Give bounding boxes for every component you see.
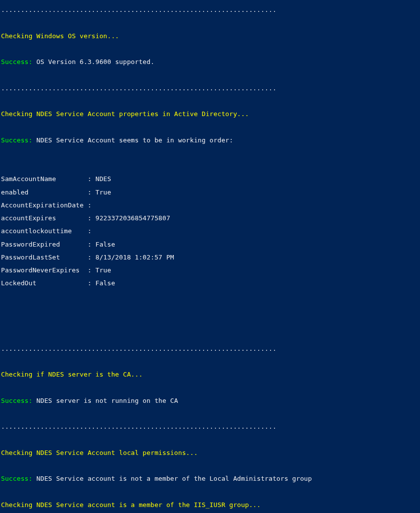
ad-prop: PasswordNeverExpires : True bbox=[1, 267, 419, 273]
blank bbox=[1, 293, 419, 300]
blank bbox=[1, 436, 419, 443]
blank bbox=[1, 384, 419, 390]
ad-prop: enabled : True bbox=[1, 189, 419, 195]
rule: ........................................… bbox=[1, 423, 419, 430]
blank bbox=[1, 358, 419, 365]
blank bbox=[1, 163, 419, 169]
localperms-success: Success: NDES Service account is not a m… bbox=[1, 475, 419, 482]
blank bbox=[1, 98, 419, 104]
ad-success: Success: NDES Service Account seems to b… bbox=[1, 137, 419, 143]
success-text: NDES Service Account seems to be in work… bbox=[36, 136, 233, 144]
blank bbox=[1, 410, 419, 417]
success-text: NDES Service account is not a member of … bbox=[36, 475, 312, 482]
blank bbox=[1, 319, 419, 325]
success-text: OS Version 6.3.9600 supported. bbox=[36, 58, 154, 65]
blank bbox=[1, 71, 419, 78]
section-header-iusr: Checking NDES Service account is a membe… bbox=[1, 502, 419, 508]
blank bbox=[1, 332, 419, 338]
ad-prop: LockedOut : False bbox=[1, 280, 419, 286]
success-label: Success: bbox=[1, 58, 36, 65]
powershell-terminal[interactable]: ........................................… bbox=[0, 0, 420, 513]
success-label: Success: bbox=[1, 397, 36, 404]
blank bbox=[1, 462, 419, 469]
rule: ........................................… bbox=[1, 345, 419, 352]
ad-prop: PasswordExpired : False bbox=[1, 241, 419, 248]
section-header-localperms: Checking NDES Service Account local perm… bbox=[1, 449, 419, 456]
section-header-ad: Checking NDES Service Account properties… bbox=[1, 111, 419, 117]
ad-prop: PasswordLastSet : 8/13/2018 1:02:57 PM bbox=[1, 254, 419, 260]
ad-prop: AccountExpirationDate : bbox=[1, 202, 419, 208]
section-header-os: Checking Windows OS version... bbox=[1, 33, 419, 39]
blank bbox=[1, 19, 419, 26]
os-success: Success: OS Version 6.3.9600 supported. bbox=[1, 59, 419, 65]
ad-prop: accountExpires : 9223372036854775807 bbox=[1, 215, 419, 221]
rule: ........................................… bbox=[1, 6, 419, 13]
blank bbox=[1, 488, 419, 495]
blank bbox=[1, 150, 419, 156]
rule: ........................................… bbox=[1, 85, 419, 91]
success-label: Success: bbox=[1, 136, 36, 144]
ad-prop: accountlockouttime : bbox=[1, 228, 419, 234]
blank bbox=[1, 46, 419, 52]
ad-prop: SamAccountName : NDES bbox=[1, 176, 419, 182]
success-text: NDES server is not running on the CA bbox=[36, 397, 178, 404]
blank bbox=[1, 124, 419, 130]
success-label: Success: bbox=[1, 475, 36, 482]
blank bbox=[1, 306, 419, 313]
section-header-ca: Checking if NDES server is the CA... bbox=[1, 371, 419, 378]
ca-success: Success: NDES server is not running on t… bbox=[1, 397, 419, 404]
